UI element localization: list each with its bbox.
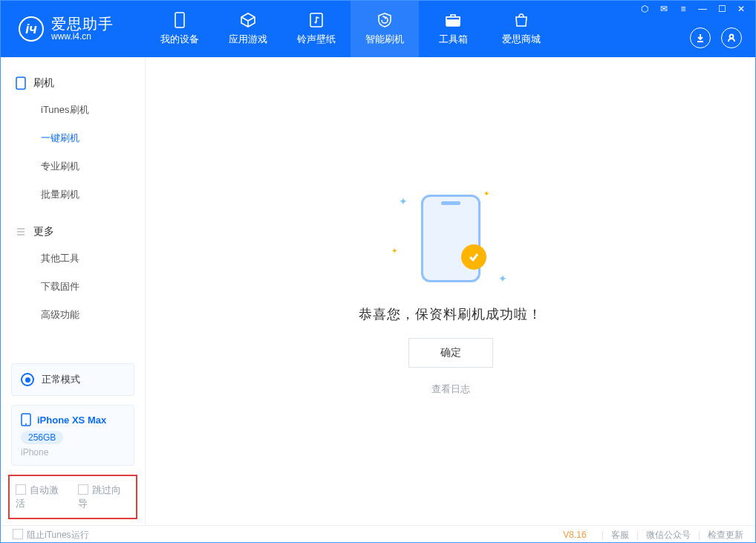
success-check-icon xyxy=(461,244,486,270)
nav-label: 铃声壁纸 xyxy=(297,33,336,46)
nav-label: 我的设备 xyxy=(160,33,199,46)
app-name: 爱思助手 xyxy=(51,16,114,32)
version-label: V8.16 xyxy=(563,530,586,540)
device-type: iPhone xyxy=(21,447,125,458)
toolbox-icon xyxy=(443,12,463,28)
sidebar-item-download-firmware[interactable]: 下载固件 xyxy=(1,273,145,301)
wechat-link[interactable]: 微信公众号 xyxy=(646,529,691,542)
checkbox-label: 阻止iTunes运行 xyxy=(27,530,89,540)
success-message: 恭喜您，保资料刷机成功啦！ xyxy=(359,305,542,323)
success-illustration: ✦ ✦ ✦ ✦ xyxy=(391,186,510,290)
nav-tab-ringtones[interactable]: 铃声壁纸 xyxy=(282,1,351,57)
shirt-icon[interactable]: ⬡ xyxy=(638,4,651,14)
sparkle-icon: ✦ xyxy=(399,195,408,207)
sparkle-icon: ✦ xyxy=(391,247,397,255)
support-link[interactable]: 客服 xyxy=(611,529,629,542)
device-capacity: 256GB xyxy=(21,431,63,444)
sidebar-item-pro-flash[interactable]: 专业刷机 xyxy=(1,152,145,181)
sidebar: 刷机 iTunes刷机 一键刷机 专业刷机 批量刷机 更多 其他工具 下载固件 … xyxy=(1,57,146,525)
sidebar-group-flash: 刷机 xyxy=(1,71,145,96)
app-url: www.i4.cn xyxy=(51,32,114,42)
logo-area: iч 爱思助手 www.i4.cn xyxy=(1,1,146,57)
status-mode-label: 正常模式 xyxy=(42,373,80,386)
options-highlight-box: 自动激活 跳过向导 xyxy=(8,475,137,519)
refresh-shield-icon xyxy=(375,12,394,28)
close-button[interactable]: ✕ xyxy=(734,4,748,14)
phone-icon xyxy=(16,77,26,90)
window-controls: ⬡ ✉ ≡ — ☐ ✕ xyxy=(638,1,748,17)
header-right-icons xyxy=(690,27,742,48)
sparkle-icon: ✦ xyxy=(498,273,507,284)
sidebar-item-other-tools[interactable]: 其他工具 xyxy=(1,244,145,273)
svg-rect-6 xyxy=(16,77,25,89)
cube-icon xyxy=(238,12,258,28)
sidebar-item-itunes-flash[interactable]: iTunes刷机 xyxy=(1,96,145,124)
sidebar-group-more: 更多 xyxy=(1,219,145,244)
sidebar-group-label: 更多 xyxy=(33,225,54,238)
sidebar-item-advanced[interactable]: 高级功能 xyxy=(1,301,145,329)
phone-icon xyxy=(21,413,31,426)
device-name: iPhone XS Max xyxy=(37,414,106,426)
music-file-icon xyxy=(307,12,326,28)
svg-rect-0 xyxy=(175,13,184,27)
svg-rect-4 xyxy=(446,17,460,20)
nav-tab-apps-games[interactable]: 应用游戏 xyxy=(214,1,282,57)
menu-icon[interactable]: ≡ xyxy=(677,4,690,14)
app-header: iч 爱思助手 www.i4.cn 我的设备 应用游戏 铃声壁纸 智能刷机 工具… xyxy=(1,1,755,57)
nav-label: 智能刷机 xyxy=(365,33,404,46)
content-area: ✦ ✦ ✦ ✦ 恭喜您，保资料刷机成功啦！ 确定 查看日志 xyxy=(146,57,755,525)
bag-icon xyxy=(512,12,531,28)
maximize-button[interactable]: ☐ xyxy=(715,4,729,14)
svg-point-5 xyxy=(730,35,734,39)
user-button[interactable] xyxy=(721,27,742,48)
view-log-link[interactable]: 查看日志 xyxy=(431,383,470,396)
device-info-card[interactable]: iPhone XS Max 256GB iPhone xyxy=(11,405,134,466)
sidebar-item-oneclick-flash[interactable]: 一键刷机 xyxy=(1,124,145,152)
nav-label: 工具箱 xyxy=(439,33,468,46)
checkbox-icon xyxy=(16,484,26,495)
nav-tab-toolbox[interactable]: 工具箱 xyxy=(419,1,487,57)
svg-point-8 xyxy=(25,423,27,425)
nav-tab-store[interactable]: 爱思商城 xyxy=(487,1,555,57)
sidebar-group-label: 刷机 xyxy=(33,77,54,90)
skip-guide-checkbox[interactable]: 跳过向导 xyxy=(78,484,130,510)
auto-activate-checkbox[interactable]: 自动激活 xyxy=(16,484,68,510)
nav-tabs: 我的设备 应用游戏 铃声壁纸 智能刷机 工具箱 爱思商城 xyxy=(146,1,555,57)
nav-tab-smart-flash[interactable]: 智能刷机 xyxy=(351,1,419,57)
sidebar-item-batch-flash[interactable]: 批量刷机 xyxy=(1,181,145,209)
check-update-link[interactable]: 检查更新 xyxy=(708,529,743,542)
list-icon xyxy=(16,227,26,237)
device-icon xyxy=(170,12,189,28)
device-status-card[interactable]: 正常模式 xyxy=(11,363,134,396)
checkbox-icon xyxy=(78,484,88,495)
nav-label: 应用游戏 xyxy=(229,33,267,46)
nav-label: 爱思商城 xyxy=(502,33,541,46)
app-logo-icon: iч xyxy=(19,16,44,42)
feedback-icon[interactable]: ✉ xyxy=(657,4,671,14)
sparkle-icon: ✦ xyxy=(483,189,489,198)
minimize-button[interactable]: — xyxy=(696,4,709,14)
confirm-button[interactable]: 确定 xyxy=(408,338,493,368)
checkbox-icon xyxy=(13,529,23,539)
download-button[interactable] xyxy=(690,27,711,48)
status-indicator-icon xyxy=(21,373,34,386)
nav-tab-my-device[interactable]: 我的设备 xyxy=(146,1,214,57)
block-itunes-checkbox[interactable]: 阻止iTunes运行 xyxy=(13,529,89,542)
main-area: 刷机 iTunes刷机 一键刷机 专业刷机 批量刷机 更多 其他工具 下载固件 … xyxy=(1,57,755,525)
status-bar: 阻止iTunes运行 V8.16 | 客服 | 微信公众号 | 检查更新 xyxy=(1,525,755,543)
svg-point-2 xyxy=(315,22,317,24)
